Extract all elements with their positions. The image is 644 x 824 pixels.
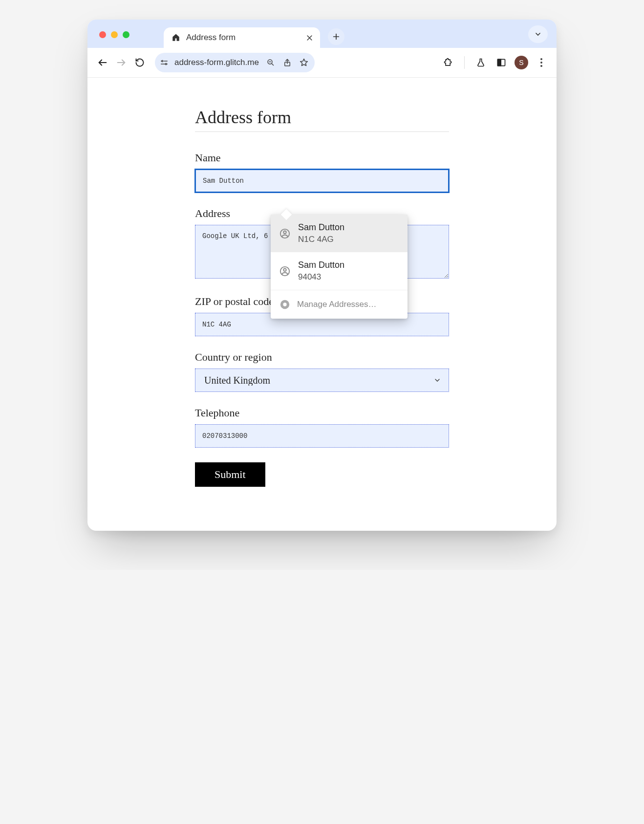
manage-addresses-label: Manage Addresses… — [297, 300, 377, 309]
browser-window: Address form address-form.glitch.me — [87, 20, 557, 531]
reload-button[interactable] — [132, 55, 147, 70]
country-label: Country or region — [195, 351, 449, 364]
window-controls — [99, 31, 129, 38]
browser-tab[interactable]: Address form — [164, 27, 320, 48]
window-close-button[interactable] — [99, 31, 106, 38]
svg-point-9 — [283, 268, 286, 271]
person-icon — [279, 266, 290, 277]
nav-forward-button[interactable] — [114, 55, 129, 70]
submit-button[interactable]: Submit — [195, 462, 265, 487]
telephone-input[interactable] — [195, 424, 449, 448]
nav-back-button[interactable] — [95, 55, 110, 70]
page-content: Address form Name Sam Dutton N1C 4AG — [87, 77, 557, 531]
tab-strip: Address form — [87, 20, 557, 48]
tab-favicon — [172, 33, 180, 42]
new-tab-button[interactable] — [328, 28, 344, 45]
autofill-name: Sam Dutton — [298, 260, 344, 270]
autofill-popup: Sam Dutton N1C 4AG Sam Dutton 94043 — [271, 215, 408, 319]
name-label: Name — [195, 152, 449, 164]
svg-point-0 — [162, 61, 163, 62]
telephone-label: Telephone — [195, 407, 449, 419]
manage-addresses-link[interactable]: Manage Addresses… — [271, 290, 408, 319]
autofill-suggestion[interactable]: Sam Dutton N1C 4AG — [271, 215, 408, 252]
separator — [464, 56, 465, 69]
labs-icon[interactable] — [473, 55, 488, 70]
zoom-icon[interactable] — [264, 56, 278, 69]
svg-point-11 — [283, 303, 286, 306]
autofill-name: Sam Dutton — [298, 222, 344, 233]
kebab-menu[interactable] — [534, 55, 549, 70]
share-icon[interactable] — [280, 56, 294, 69]
tabs-dropdown-button[interactable] — [528, 25, 548, 43]
toolbar: address-form.glitch.me S — [87, 48, 557, 77]
svg-point-1 — [165, 64, 167, 65]
close-tab-button[interactable] — [306, 34, 313, 42]
svg-point-7 — [283, 231, 286, 234]
avatar-letter: S — [519, 59, 523, 66]
url-text: address-form.glitch.me — [172, 58, 261, 67]
tab-title: Address form — [186, 33, 236, 43]
person-icon — [279, 228, 290, 239]
extensions-icon[interactable] — [441, 55, 455, 70]
address-bar[interactable]: address-form.glitch.me — [155, 53, 315, 72]
window-minimize-button[interactable] — [111, 31, 118, 38]
autofill-detail: 94043 — [298, 272, 344, 282]
page-title: Address form — [195, 107, 449, 132]
side-panel-icon[interactable] — [494, 55, 509, 70]
bookmark-icon[interactable] — [297, 56, 311, 69]
name-input[interactable] — [195, 169, 449, 193]
chrome-icon — [279, 299, 290, 310]
autofill-suggestion[interactable]: Sam Dutton 94043 — [271, 252, 408, 290]
svg-rect-5 — [498, 59, 501, 65]
site-settings-icon[interactable] — [159, 58, 170, 67]
window-zoom-button[interactable] — [123, 31, 129, 38]
profile-avatar[interactable]: S — [515, 56, 528, 69]
country-select[interactable]: United Kingdom — [195, 369, 449, 392]
autofill-detail: N1C 4AG — [298, 235, 344, 244]
